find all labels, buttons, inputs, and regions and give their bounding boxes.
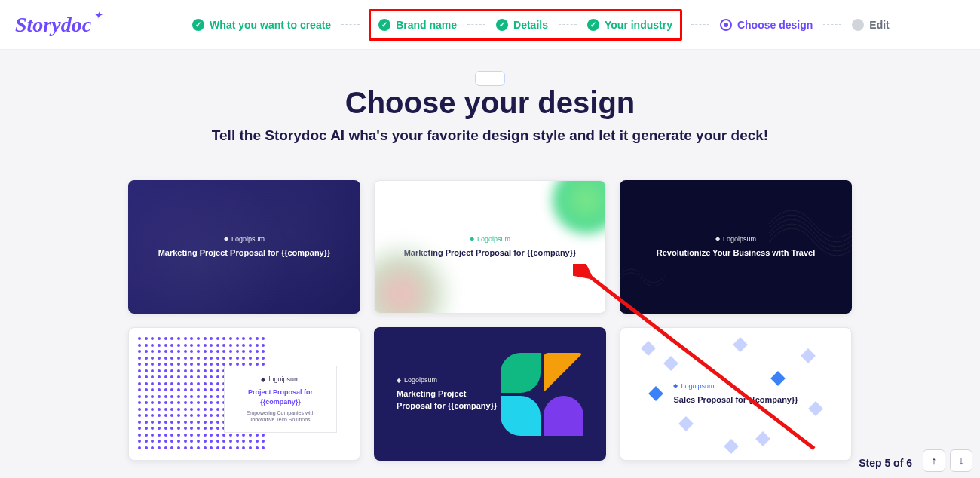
nav-up-button[interactable]: ↑ bbox=[923, 449, 945, 472]
card-title: Marketing Project Proposal for {{company… bbox=[158, 247, 331, 259]
brand-logo-text: Storydoc bbox=[15, 13, 91, 36]
card-title: Sales Proposal for {{company}} bbox=[673, 394, 798, 406]
check-icon: ✓ bbox=[496, 19, 508, 31]
card-title: Project Proposal for {{company}} bbox=[238, 388, 323, 406]
header: Storydoc ✦ ✓ What you want to create ✓ B… bbox=[0, 0, 980, 50]
step-indicator: Step 5 of 6 bbox=[859, 457, 912, 469]
step-details[interactable]: ✓ Details bbox=[495, 16, 550, 34]
step-label: Choose design bbox=[737, 19, 813, 31]
blob-decoration bbox=[553, 180, 606, 234]
design-card[interactable]: Logoipsum Marketing Project Proposal for… bbox=[374, 180, 606, 314]
step-connector bbox=[823, 24, 841, 25]
main-content: Choose your design Tell the Storydoc AI … bbox=[0, 50, 980, 478]
highlight-box-annotation: ✓ Brand name ✓ Details ✓ Your industry bbox=[369, 9, 682, 41]
sparkle-icon: ✦ bbox=[94, 10, 102, 21]
step-edit[interactable]: Edit bbox=[850, 16, 890, 34]
nav-buttons: ↑ ↓ bbox=[923, 449, 972, 472]
radio-current-icon bbox=[720, 19, 732, 31]
step-connector bbox=[691, 24, 709, 25]
check-icon: ✓ bbox=[587, 19, 599, 31]
page-subtitle: Tell the Storydoc AI wha's your favorite… bbox=[0, 127, 980, 144]
step-what-you-want[interactable]: ✓ What you want to create bbox=[191, 16, 332, 34]
step-label: Brand name bbox=[396, 19, 457, 31]
shapes-decoration bbox=[501, 353, 583, 436]
check-icon: ✓ bbox=[378, 19, 390, 31]
card-title: Marketing Project Proposal for {{company… bbox=[404, 247, 577, 259]
page-title: Choose your design bbox=[0, 86, 980, 120]
card-logo: logoipsum bbox=[238, 375, 323, 383]
card-center: Logoipsum Sales Proposal for {{company}} bbox=[673, 382, 798, 406]
card-logo: Logoipsum bbox=[397, 376, 501, 384]
design-card[interactable]: logoipsum Project Proposal for {{company… bbox=[128, 327, 360, 461]
step-connector bbox=[341, 24, 360, 25]
design-card[interactable]: Logoipsum Marketing Project Proposal for… bbox=[374, 327, 606, 461]
step-label: Details bbox=[513, 19, 548, 31]
brand-logo[interactable]: Storydoc ✦ bbox=[15, 13, 100, 37]
step-connector bbox=[559, 24, 577, 25]
card-title: Marketing Project Proposal for {{company… bbox=[397, 388, 501, 412]
step-brand-name[interactable]: ✓ Brand name bbox=[377, 16, 458, 34]
design-card[interactable]: Logoipsum Sales Proposal for {{company}} bbox=[620, 327, 852, 461]
collapsed-pill-button[interactable] bbox=[475, 71, 505, 86]
stepper: ✓ What you want to create ✓ Brand name ✓… bbox=[191, 9, 891, 41]
step-label: Your industry bbox=[605, 19, 672, 31]
step-connector bbox=[467, 24, 485, 25]
design-card[interactable]: Logoipsum Revolutionize Your Business wi… bbox=[620, 180, 852, 314]
card-left: Logoipsum Marketing Project Proposal for… bbox=[397, 376, 501, 412]
card-logo: Logoipsum bbox=[715, 235, 756, 243]
blob-decoration bbox=[374, 253, 443, 314]
design-grid: Logoipsum Marketing Project Proposal for… bbox=[0, 180, 980, 478]
step-label: What you want to create bbox=[210, 19, 331, 31]
step-label: Edit bbox=[869, 19, 889, 31]
wave-decoration bbox=[620, 253, 672, 299]
wave-decoration bbox=[761, 188, 852, 278]
card-logo: Logoipsum bbox=[470, 235, 510, 243]
card-logo: Logoipsum bbox=[673, 382, 798, 390]
card-logo: Logoipsum bbox=[224, 235, 265, 243]
card-inner-box: logoipsum Project Proposal for {{company… bbox=[224, 366, 337, 433]
dot-pending-icon bbox=[852, 19, 864, 31]
step-choose-design[interactable]: Choose design bbox=[718, 16, 814, 34]
design-card[interactable]: Logoipsum Marketing Project Proposal for… bbox=[128, 180, 360, 314]
nav-down-button[interactable]: ↓ bbox=[950, 449, 972, 472]
card-subtitle: Empowering Companies with Innovative Tec… bbox=[238, 409, 323, 423]
step-your-industry[interactable]: ✓ Your industry bbox=[586, 16, 674, 34]
check-icon: ✓ bbox=[192, 19, 204, 31]
